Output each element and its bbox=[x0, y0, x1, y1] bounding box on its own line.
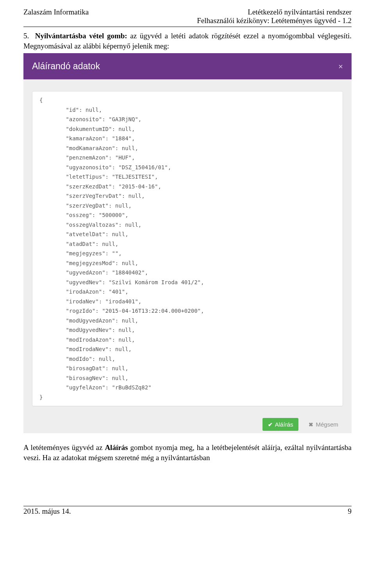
sign-button-label: Aláírás bbox=[275, 421, 293, 428]
page-footer: 2015. május 14. 9 bbox=[23, 506, 352, 516]
section-lead-bold: Nyilvántartásba vétel gomb: bbox=[35, 32, 127, 40]
modal-screenshot: Aláírandó adatok × { "id": null, "azonos… bbox=[23, 53, 352, 433]
after-paragraph: A letéteményes ügyvéd az Aláírás gombot … bbox=[23, 443, 352, 463]
close-icon[interactable]: × bbox=[338, 63, 343, 70]
section-paragraph: 5. Nyilvántartásba vétel gomb: az ügyvéd… bbox=[23, 31, 352, 51]
json-data-box: { "id": null, "azonosito": "GA3RjNQ", "d… bbox=[32, 91, 343, 406]
header-right-line2: Felhasználói kézikönyv: Letéteményes ügy… bbox=[197, 16, 352, 25]
cancel-button-label: Mégsem bbox=[316, 421, 338, 428]
cancel-button[interactable]: Mégsem bbox=[303, 418, 344, 431]
section-number: 5. bbox=[23, 31, 32, 41]
after-text-bold: Aláírás bbox=[105, 443, 128, 452]
footer-page-number: 9 bbox=[348, 507, 352, 516]
after-text-part1: A letéteményes ügyvéd az bbox=[23, 443, 105, 452]
sign-button[interactable]: Aláírás bbox=[262, 418, 299, 431]
cancel-icon bbox=[309, 422, 313, 427]
header-left-text: Zalaszám Informatika bbox=[23, 8, 89, 16]
modal-header: Aláírandó adatok × bbox=[23, 53, 352, 79]
header-right-line1: Letétkezelő nyilvántartási rendszer bbox=[248, 8, 352, 16]
modal-title: Aláírandó adatok bbox=[32, 61, 100, 72]
document-header: Zalaszám Informatika Letétkezelő nyilván… bbox=[23, 8, 352, 27]
footer-date: 2015. május 14. bbox=[23, 507, 71, 516]
check-icon bbox=[268, 422, 273, 427]
modal-body: { "id": null, "azonosito": "GA3RjNQ", "d… bbox=[23, 79, 352, 411]
modal-footer: Aláírás Mégsem bbox=[23, 411, 352, 433]
